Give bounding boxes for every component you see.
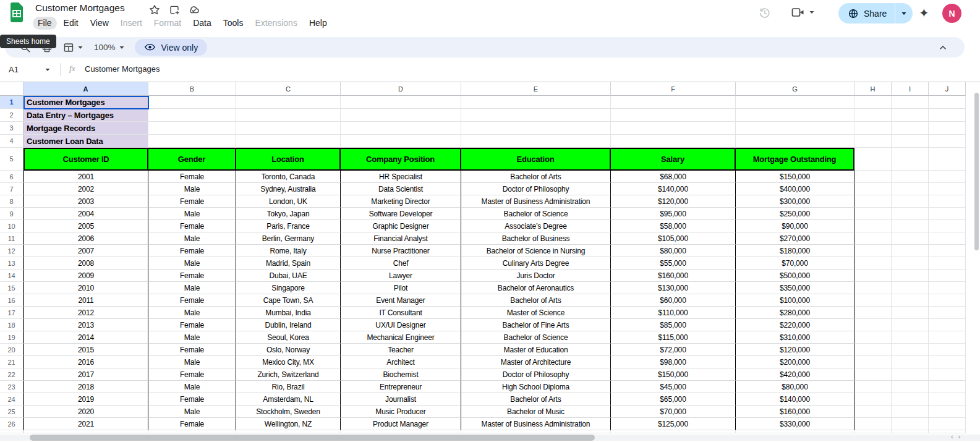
cell-E12[interactable]: Bachelor of Science in Nursing	[461, 245, 611, 257]
menu-file[interactable]: File	[33, 17, 57, 30]
cell-J21[interactable]	[929, 356, 966, 368]
cell-C24[interactable]: Amsterdam, NL	[236, 393, 341, 406]
view-only-button[interactable]: View only	[135, 39, 208, 56]
cell-G12[interactable]: $180,000	[736, 245, 854, 257]
cell-H25[interactable]	[854, 406, 892, 418]
cell-B14[interactable]: Female	[148, 270, 236, 282]
cell-D26[interactable]: Product Manager	[341, 418, 461, 430]
cell-G9[interactable]: $250,000	[736, 208, 854, 220]
cell-I4[interactable]	[892, 135, 929, 148]
cell-C15[interactable]: Singapore	[236, 282, 341, 294]
cell-J4[interactable]	[929, 135, 966, 148]
cell-I15[interactable]	[892, 282, 929, 294]
row-header-5[interactable]: 5	[0, 148, 23, 171]
cell-H11[interactable]	[854, 232, 892, 245]
cell-D1[interactable]	[341, 96, 461, 109]
cell-B8[interactable]: Female	[148, 195, 236, 208]
cell-H14[interactable]	[854, 270, 892, 282]
cell-E9[interactable]: Bachelor of Science	[461, 208, 611, 220]
cell-J22[interactable]	[929, 368, 966, 381]
cell-F6[interactable]: $68,000	[611, 171, 736, 183]
vertical-scrollbar-thumb[interactable]	[974, 93, 979, 250]
cell-C11[interactable]: Berlin, Germany	[236, 232, 341, 245]
cell-F25[interactable]: $70,000	[611, 406, 736, 418]
cell-E2[interactable]	[461, 109, 611, 122]
cell-A10[interactable]: 2005	[23, 220, 148, 232]
join-call-control[interactable]	[791, 7, 815, 18]
cell-H7[interactable]	[854, 183, 892, 195]
cell-A5[interactable]: Customer ID	[23, 148, 148, 171]
cell-I12[interactable]	[892, 245, 929, 257]
cell-G24[interactable]: $140,000	[736, 393, 854, 406]
cell-G15[interactable]: $350,000	[736, 282, 854, 294]
cell-F11[interactable]: $105,000	[611, 232, 736, 245]
cell-G11[interactable]: $270,000	[736, 232, 854, 245]
cell-B23[interactable]: Male	[148, 381, 236, 393]
cell-I5[interactable]	[892, 148, 929, 171]
cell-H10[interactable]	[854, 220, 892, 232]
cell-G26[interactable]: $330,000	[736, 418, 854, 430]
cell-I8[interactable]	[892, 195, 929, 208]
cell-J19[interactable]	[929, 331, 966, 344]
cell-H3[interactable]	[854, 122, 892, 135]
cell-C5[interactable]: Location	[236, 148, 341, 171]
cell-F12[interactable]: $80,000	[611, 245, 736, 257]
column-header-G[interactable]: G	[736, 82, 854, 96]
cell-I26[interactable]	[892, 418, 929, 430]
cell-D8[interactable]: Marketing Director	[341, 195, 461, 208]
cell-H20[interactable]	[854, 344, 892, 356]
cell-G17[interactable]: $280,000	[736, 307, 854, 319]
menu-edit[interactable]: Edit	[59, 17, 83, 30]
cell-G5[interactable]: Mortgage Outstanding	[736, 148, 854, 171]
table-format-icon[interactable]	[63, 42, 74, 53]
cell-C21[interactable]: Mexico City, MX	[236, 356, 341, 368]
row-header-20[interactable]: 20	[0, 344, 23, 356]
cell-B22[interactable]: Female	[148, 368, 236, 381]
cell-G1[interactable]	[736, 96, 854, 109]
cell-C7[interactable]: Sydney, Australia	[236, 183, 341, 195]
cell-A18[interactable]: 2013	[23, 319, 148, 331]
move-icon[interactable]	[168, 4, 180, 15]
row-header-9[interactable]: 9	[0, 208, 23, 220]
row-header-25[interactable]: 25	[0, 406, 23, 418]
cell-J23[interactable]	[929, 381, 966, 393]
cell-E16[interactable]: Bachelor of Arts	[461, 294, 611, 307]
cell-C2[interactable]	[236, 109, 341, 122]
menu-data[interactable]: Data	[188, 17, 216, 30]
share-button[interactable]: Share	[838, 3, 895, 23]
cell-I23[interactable]	[892, 381, 929, 393]
menu-help[interactable]: Help	[304, 17, 332, 30]
cell-G21[interactable]: $200,000	[736, 356, 854, 368]
row-header-21[interactable]: 21	[0, 356, 23, 368]
cell-B11[interactable]: Male	[148, 232, 236, 245]
cell-B15[interactable]: Male	[148, 282, 236, 294]
cell-B21[interactable]: Male	[148, 356, 236, 368]
cell-C6[interactable]: Toronto, Canada	[236, 171, 341, 183]
cell-H17[interactable]	[854, 307, 892, 319]
cell-E7[interactable]: Doctor of Philosophy	[461, 183, 611, 195]
cell-J10[interactable]	[929, 220, 966, 232]
row-header-3[interactable]: 3	[0, 122, 23, 135]
cell-H22[interactable]	[854, 368, 892, 381]
cell-F24[interactable]: $65,000	[611, 393, 736, 406]
cell-F1[interactable]	[611, 96, 736, 109]
cell-I14[interactable]	[892, 270, 929, 282]
cell-B4[interactable]	[148, 135, 236, 148]
cell-G16[interactable]: $100,000	[736, 294, 854, 307]
row-header-14[interactable]: 14	[0, 270, 23, 282]
cell-C18[interactable]: Dublin, Ireland	[236, 319, 341, 331]
cell-E25[interactable]: Bachelor of Music	[461, 406, 611, 418]
cell-J13[interactable]	[929, 257, 966, 270]
cell-E24[interactable]: Bachelor of Arts	[461, 393, 611, 406]
cell-J1[interactable]	[929, 96, 966, 109]
cell-A2[interactable]: Data Entry – Mortgages	[23, 109, 148, 122]
cell-I19[interactable]	[892, 331, 929, 344]
cell-F5[interactable]: Salary	[611, 148, 736, 171]
cell-F26[interactable]: $125,000	[611, 418, 736, 430]
select-all-corner[interactable]	[0, 82, 23, 96]
cell-A20[interactable]: 2015	[23, 344, 148, 356]
cell-F3[interactable]	[611, 122, 736, 135]
cell-I25[interactable]	[892, 406, 929, 418]
cell-H12[interactable]	[854, 245, 892, 257]
gemini-sparkle-icon[interactable]: ✦	[919, 6, 929, 20]
